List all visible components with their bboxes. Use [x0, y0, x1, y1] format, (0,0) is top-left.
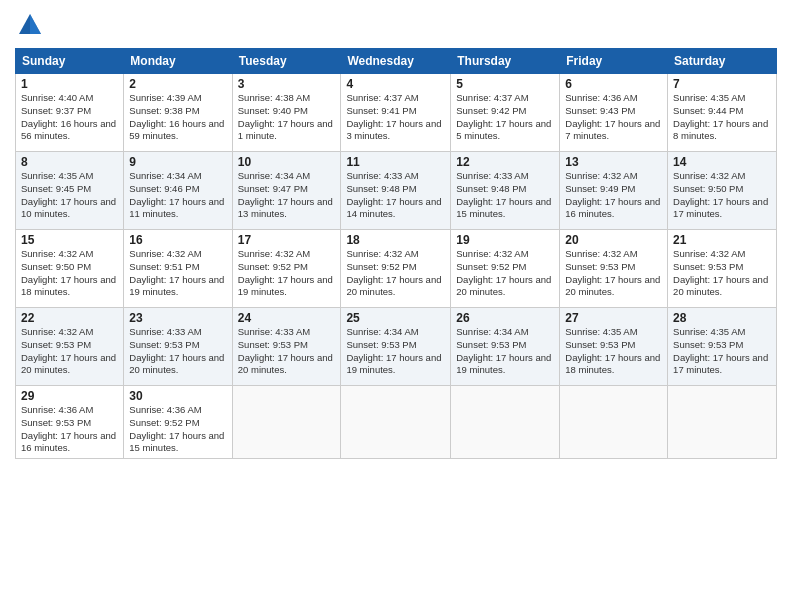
calendar-cell: 22 Sunrise: 4:32 AMSunset: 9:53 PMDaylig… [16, 308, 124, 386]
day-info: Sunrise: 4:32 AMSunset: 9:50 PMDaylight:… [673, 170, 768, 219]
day-number: 3 [238, 77, 336, 91]
calendar-cell: 10 Sunrise: 4:34 AMSunset: 9:47 PMDaylig… [232, 152, 341, 230]
day-info: Sunrise: 4:32 AMSunset: 9:49 PMDaylight:… [565, 170, 660, 219]
day-number: 23 [129, 311, 226, 325]
calendar-cell: 3 Sunrise: 4:38 AMSunset: 9:40 PMDayligh… [232, 74, 341, 152]
calendar-cell: 2 Sunrise: 4:39 AMSunset: 9:38 PMDayligh… [124, 74, 232, 152]
calendar-cell: 16 Sunrise: 4:32 AMSunset: 9:51 PMDaylig… [124, 230, 232, 308]
day-info: Sunrise: 4:32 AMSunset: 9:53 PMDaylight:… [673, 248, 768, 297]
day-number: 28 [673, 311, 771, 325]
calendar-cell: 5 Sunrise: 4:37 AMSunset: 9:42 PMDayligh… [451, 74, 560, 152]
calendar-cell: 30 Sunrise: 4:36 AMSunset: 9:52 PMDaylig… [124, 386, 232, 459]
day-info: Sunrise: 4:34 AMSunset: 9:46 PMDaylight:… [129, 170, 224, 219]
day-number: 19 [456, 233, 554, 247]
calendar-cell [451, 386, 560, 459]
day-number: 14 [673, 155, 771, 169]
day-info: Sunrise: 4:35 AMSunset: 9:45 PMDaylight:… [21, 170, 116, 219]
day-info: Sunrise: 4:35 AMSunset: 9:53 PMDaylight:… [673, 326, 768, 375]
day-info: Sunrise: 4:33 AMSunset: 9:48 PMDaylight:… [346, 170, 441, 219]
day-number: 11 [346, 155, 445, 169]
day-info: Sunrise: 4:33 AMSunset: 9:53 PMDaylight:… [238, 326, 333, 375]
calendar-cell: 6 Sunrise: 4:36 AMSunset: 9:43 PMDayligh… [560, 74, 668, 152]
day-number: 8 [21, 155, 118, 169]
calendar-cell: 25 Sunrise: 4:34 AMSunset: 9:53 PMDaylig… [341, 308, 451, 386]
calendar-cell: 27 Sunrise: 4:35 AMSunset: 9:53 PMDaylig… [560, 308, 668, 386]
day-info: Sunrise: 4:35 AMSunset: 9:53 PMDaylight:… [565, 326, 660, 375]
day-info: Sunrise: 4:32 AMSunset: 9:53 PMDaylight:… [565, 248, 660, 297]
page: SundayMondayTuesdayWednesdayThursdayFrid… [0, 0, 792, 612]
calendar-week-2: 8 Sunrise: 4:35 AMSunset: 9:45 PMDayligh… [16, 152, 777, 230]
calendar-cell: 11 Sunrise: 4:33 AMSunset: 9:48 PMDaylig… [341, 152, 451, 230]
calendar-week-5: 29 Sunrise: 4:36 AMSunset: 9:53 PMDaylig… [16, 386, 777, 459]
day-info: Sunrise: 4:40 AMSunset: 9:37 PMDaylight:… [21, 92, 116, 141]
calendar-cell: 9 Sunrise: 4:34 AMSunset: 9:46 PMDayligh… [124, 152, 232, 230]
calendar-table: SundayMondayTuesdayWednesdayThursdayFrid… [15, 48, 777, 459]
day-number: 4 [346, 77, 445, 91]
calendar-week-3: 15 Sunrise: 4:32 AMSunset: 9:50 PMDaylig… [16, 230, 777, 308]
day-info: Sunrise: 4:36 AMSunset: 9:52 PMDaylight:… [129, 404, 224, 453]
calendar-cell: 17 Sunrise: 4:32 AMSunset: 9:52 PMDaylig… [232, 230, 341, 308]
day-number: 16 [129, 233, 226, 247]
day-number: 9 [129, 155, 226, 169]
svg-marker-1 [30, 14, 41, 34]
day-info: Sunrise: 4:33 AMSunset: 9:53 PMDaylight:… [129, 326, 224, 375]
calendar-cell: 15 Sunrise: 4:32 AMSunset: 9:50 PMDaylig… [16, 230, 124, 308]
calendar-cell: 21 Sunrise: 4:32 AMSunset: 9:53 PMDaylig… [668, 230, 777, 308]
calendar-header-sunday: Sunday [16, 49, 124, 74]
day-info: Sunrise: 4:39 AMSunset: 9:38 PMDaylight:… [129, 92, 224, 141]
calendar-cell: 24 Sunrise: 4:33 AMSunset: 9:53 PMDaylig… [232, 308, 341, 386]
day-info: Sunrise: 4:32 AMSunset: 9:53 PMDaylight:… [21, 326, 116, 375]
day-info: Sunrise: 4:34 AMSunset: 9:47 PMDaylight:… [238, 170, 333, 219]
day-number: 10 [238, 155, 336, 169]
calendar-cell: 1 Sunrise: 4:40 AMSunset: 9:37 PMDayligh… [16, 74, 124, 152]
day-number: 12 [456, 155, 554, 169]
day-number: 30 [129, 389, 226, 403]
day-info: Sunrise: 4:38 AMSunset: 9:40 PMDaylight:… [238, 92, 333, 141]
day-number: 13 [565, 155, 662, 169]
day-number: 17 [238, 233, 336, 247]
day-number: 7 [673, 77, 771, 91]
header [15, 10, 777, 40]
calendar-cell: 29 Sunrise: 4:36 AMSunset: 9:53 PMDaylig… [16, 386, 124, 459]
day-number: 6 [565, 77, 662, 91]
logo-icon [15, 10, 45, 40]
day-number: 2 [129, 77, 226, 91]
calendar-cell: 26 Sunrise: 4:34 AMSunset: 9:53 PMDaylig… [451, 308, 560, 386]
day-number: 22 [21, 311, 118, 325]
day-info: Sunrise: 4:33 AMSunset: 9:48 PMDaylight:… [456, 170, 551, 219]
calendar-cell [341, 386, 451, 459]
day-number: 20 [565, 233, 662, 247]
day-number: 5 [456, 77, 554, 91]
calendar-cell: 14 Sunrise: 4:32 AMSunset: 9:50 PMDaylig… [668, 152, 777, 230]
calendar-cell: 23 Sunrise: 4:33 AMSunset: 9:53 PMDaylig… [124, 308, 232, 386]
day-info: Sunrise: 4:32 AMSunset: 9:52 PMDaylight:… [238, 248, 333, 297]
day-number: 27 [565, 311, 662, 325]
calendar-cell: 20 Sunrise: 4:32 AMSunset: 9:53 PMDaylig… [560, 230, 668, 308]
calendar-cell: 4 Sunrise: 4:37 AMSunset: 9:41 PMDayligh… [341, 74, 451, 152]
day-info: Sunrise: 4:32 AMSunset: 9:52 PMDaylight:… [456, 248, 551, 297]
day-info: Sunrise: 4:34 AMSunset: 9:53 PMDaylight:… [346, 326, 441, 375]
calendar-header-thursday: Thursday [451, 49, 560, 74]
day-info: Sunrise: 4:36 AMSunset: 9:43 PMDaylight:… [565, 92, 660, 141]
calendar-cell: 12 Sunrise: 4:33 AMSunset: 9:48 PMDaylig… [451, 152, 560, 230]
calendar-header-saturday: Saturday [668, 49, 777, 74]
logo [15, 10, 49, 40]
day-info: Sunrise: 4:36 AMSunset: 9:53 PMDaylight:… [21, 404, 116, 453]
calendar-cell: 8 Sunrise: 4:35 AMSunset: 9:45 PMDayligh… [16, 152, 124, 230]
calendar-cell: 18 Sunrise: 4:32 AMSunset: 9:52 PMDaylig… [341, 230, 451, 308]
calendar-cell [668, 386, 777, 459]
calendar-cell: 28 Sunrise: 4:35 AMSunset: 9:53 PMDaylig… [668, 308, 777, 386]
calendar-header-row: SundayMondayTuesdayWednesdayThursdayFrid… [16, 49, 777, 74]
calendar-header-monday: Monday [124, 49, 232, 74]
calendar-cell: 19 Sunrise: 4:32 AMSunset: 9:52 PMDaylig… [451, 230, 560, 308]
day-number: 24 [238, 311, 336, 325]
calendar-week-1: 1 Sunrise: 4:40 AMSunset: 9:37 PMDayligh… [16, 74, 777, 152]
day-info: Sunrise: 4:35 AMSunset: 9:44 PMDaylight:… [673, 92, 768, 141]
day-info: Sunrise: 4:37 AMSunset: 9:41 PMDaylight:… [346, 92, 441, 141]
calendar-header-wednesday: Wednesday [341, 49, 451, 74]
calendar-cell [560, 386, 668, 459]
calendar-cell: 7 Sunrise: 4:35 AMSunset: 9:44 PMDayligh… [668, 74, 777, 152]
day-info: Sunrise: 4:37 AMSunset: 9:42 PMDaylight:… [456, 92, 551, 141]
calendar-header-friday: Friday [560, 49, 668, 74]
day-number: 25 [346, 311, 445, 325]
